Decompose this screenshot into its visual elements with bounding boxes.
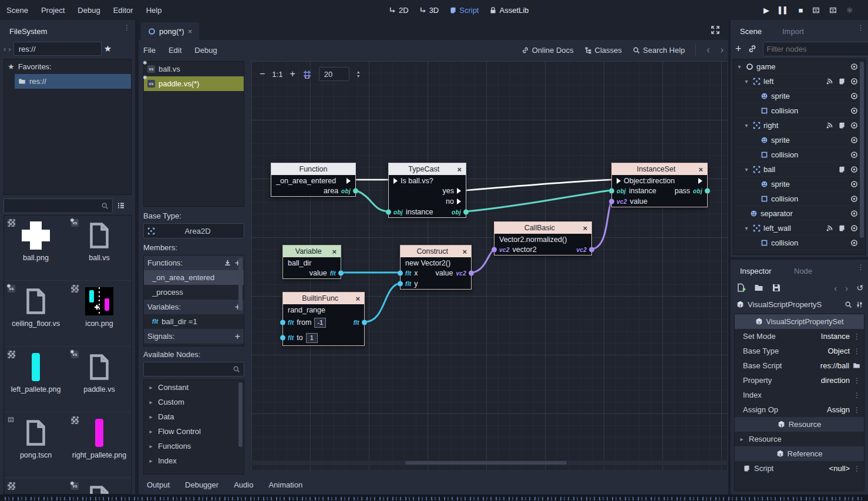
close-node-icon[interactable]: × (698, 165, 703, 174)
data-in-port[interactable] (492, 247, 497, 253)
tab-pong[interactable]: pong(*) × (141, 22, 199, 40)
tree-node-sprite[interactable]: sprite (734, 89, 865, 103)
filter-nodes-input[interactable] (767, 45, 868, 53)
eye-icon[interactable] (850, 151, 858, 159)
tab-scene[interactable]: Scene (733, 22, 769, 40)
tree-node-sprite[interactable]: sprite (734, 133, 865, 147)
close-node-icon[interactable]: × (457, 165, 462, 174)
resource-expand-row[interactable]: ▸Resource (735, 432, 864, 446)
members-scrollbar[interactable] (238, 258, 243, 311)
graph-hscroll-thumb[interactable] (405, 461, 567, 465)
graph-node-instanceset[interactable]: InstanceSet× Object:direction obj instan… (611, 163, 708, 207)
tree-node-collision[interactable]: collision (734, 191, 865, 206)
signal-icon[interactable] (826, 78, 833, 85)
eye-icon[interactable] (850, 122, 858, 129)
functions-header-row[interactable]: Functions: + (144, 255, 244, 270)
prop-menu-icon[interactable]: ⋮ (853, 407, 860, 413)
node-header[interactable]: BuiltinFunc× (283, 292, 364, 304)
eye-icon[interactable] (850, 239, 858, 247)
function-item-process[interactable]: _process (144, 285, 244, 300)
variable-item-ball-dir[interactable]: flt ball_dir =1 (144, 314, 244, 329)
graph-hscroll-track[interactable] (251, 460, 727, 465)
eye-icon[interactable] (850, 166, 858, 173)
nav-forward-icon[interactable]: › (8, 45, 11, 53)
signals-header-row[interactable]: Signals: + (144, 329, 244, 344)
menu-help[interactable]: Help (140, 0, 169, 20)
menu-editor[interactable]: Editor (107, 0, 140, 20)
tab-node[interactable]: Node (787, 262, 819, 280)
data-out-port[interactable] (353, 189, 358, 194)
tree-node-separator[interactable]: separator (734, 206, 865, 221)
play-scene-button[interactable] (812, 6, 820, 14)
base-type-field[interactable]: Area2D (143, 223, 244, 238)
search-properties-icon[interactable] (845, 301, 852, 308)
prop-menu-icon[interactable]: ⋮ (853, 378, 860, 384)
file-item[interactable]: vs✱ paddle.vs (69, 349, 130, 414)
tree-node-collision[interactable]: collision (734, 236, 865, 250)
mode-script-button[interactable]: Script (449, 6, 479, 15)
eye-icon[interactable] (850, 78, 858, 85)
prop-base-script[interactable]: Base Scriptres://ball (735, 358, 864, 373)
data-out-port[interactable] (463, 210, 469, 215)
file-item[interactable]: vs✱ (69, 481, 130, 495)
snap-value-input[interactable]: 20 (319, 67, 349, 81)
zoom-reset-button[interactable]: 1:1 (272, 70, 282, 79)
node-header[interactable]: TypeCast× (389, 163, 466, 175)
script-icon[interactable] (838, 224, 846, 232)
script-icon[interactable] (838, 122, 846, 129)
graph-node-construct[interactable]: Construct× new Vector2() flt x value vc2… (400, 245, 472, 290)
graph-node-builtinfunc[interactable]: BuiltinFunc× rand_range flt from -1 flt … (282, 292, 365, 346)
snap-grid-icon[interactable] (302, 69, 312, 79)
history-forward-icon[interactable]: › (845, 283, 848, 293)
category-data[interactable]: ▸Data (144, 409, 244, 424)
classes-button[interactable]: Classes (584, 46, 622, 55)
menu-file[interactable]: File (143, 46, 156, 55)
script-item-ball[interactable]: vs✱ ball.vs (144, 62, 244, 76)
node-header[interactable]: InstanceSet× (612, 163, 707, 175)
add-signal-icon[interactable]: + (235, 331, 240, 342)
object-header-row[interactable]: VisualScriptPropertySet (735, 314, 864, 329)
mode-assetlib-button[interactable]: AssetLib (489, 6, 529, 15)
data-in-port[interactable] (609, 199, 614, 204)
dock-menu-icon[interactable]: ⋮ (857, 264, 864, 270)
load-resource-icon[interactable] (754, 283, 763, 292)
section-reference[interactable]: Reference (735, 446, 864, 461)
category-custom[interactable]: ▸Custom (144, 395, 244, 409)
tree-node-right[interactable]: ▾right (734, 118, 865, 133)
new-resource-icon[interactable] (736, 283, 746, 292)
data-out-port[interactable] (469, 271, 474, 276)
tree-node-left[interactable]: ▾left (734, 74, 865, 89)
pause-button[interactable]: ▌▌ (779, 6, 789, 14)
file-item[interactable] (5, 481, 66, 495)
zoom-out-button[interactable]: − (260, 69, 265, 79)
prop-menu-icon[interactable]: ⋮ (853, 392, 860, 398)
favorite-star-icon[interactable]: ★ (104, 43, 112, 54)
tab-import[interactable]: Import (775, 22, 811, 40)
eye-icon[interactable] (850, 210, 858, 217)
override-function-icon[interactable] (224, 259, 231, 267)
path-input[interactable] (14, 42, 102, 56)
close-node-icon[interactable]: × (583, 224, 587, 233)
history-back-icon[interactable]: ‹ (834, 283, 837, 293)
graph-node-typecast[interactable]: TypeCast× Is ball.vs? yes no obj instanc… (388, 163, 466, 218)
exec-out-port[interactable] (346, 178, 351, 184)
nodes-list-scrollbar[interactable] (238, 382, 243, 447)
close-node-icon[interactable]: × (332, 247, 337, 256)
tree-node-collision[interactable]: collision (734, 103, 865, 118)
tree-node-collision[interactable]: collision (734, 147, 865, 162)
zoom-in-button[interactable]: + (290, 69, 295, 79)
value-box-to[interactable]: 1 (306, 333, 318, 343)
tree-node-game[interactable]: ▾game (734, 59, 865, 74)
instance-scene-icon[interactable] (748, 44, 757, 53)
prop-menu-icon[interactable]: ⋮ (853, 334, 860, 339)
prop-menu-icon[interactable]: ⋮ (853, 348, 860, 354)
dock-menu-icon[interactable]: ⋮ (123, 25, 130, 31)
graph-node-callbasic[interactable]: CallBasic× Vector2.normalized() vc2 vect… (494, 221, 592, 255)
menu-project[interactable]: Project (35, 0, 71, 20)
section-resource[interactable]: Resource (735, 417, 864, 432)
mode-3d-button[interactable]: 3D (419, 6, 439, 15)
file-item[interactable]: pong.tscn (5, 415, 66, 480)
prop-property[interactable]: Propertydirection⋮ (735, 373, 864, 388)
eye-icon[interactable] (850, 63, 858, 70)
save-resource-icon[interactable] (772, 283, 781, 292)
